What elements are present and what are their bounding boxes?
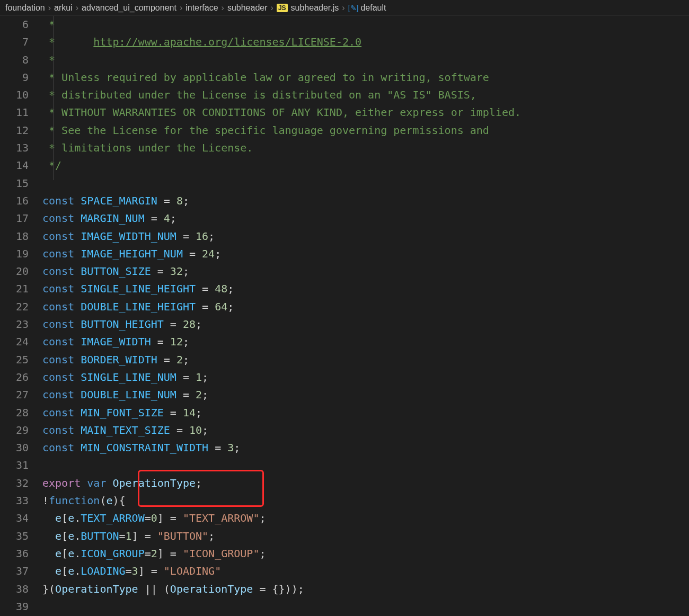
indent-guide [53,16,54,180]
code-line[interactable]: * distributed under the License is distr… [42,86,689,104]
line-number-gutter: 6789101112131415161718192021222324252627… [0,16,38,616]
line-number: 24 [0,333,29,351]
line-number: 38 [0,581,29,598]
breadcrumb[interactable]: foundation › arkui › advanced_ui_compone… [0,0,689,16]
code-line[interactable]: e[e.LOADING=3] = "LOADING" [42,563,689,580]
breadcrumb-file[interactable]: subheader.js [291,3,339,13]
breadcrumb-symbol[interactable]: default [360,3,386,13]
line-number: 28 [0,404,29,422]
line-number: 26 [0,369,29,386]
breadcrumb-item[interactable]: advanced_ui_component [82,3,176,13]
code-line[interactable] [42,175,689,192]
line-number: 31 [0,457,29,474]
line-number: 8 [0,51,29,69]
code-line[interactable]: * limitations under the License. [42,139,689,157]
line-number: 36 [0,545,29,563]
code-line[interactable]: const MIN_CONSTRAINT_WIDTH = 3; [42,439,689,457]
line-number: 18 [0,228,29,245]
breadcrumb-item[interactable]: arkui [54,3,73,13]
code-line[interactable]: e[e.TEXT_ARROW=0] = "TEXT_ARROW"; [42,510,689,527]
js-file-icon: JS [277,4,288,12]
code-line[interactable]: const BUTTON_HEIGHT = 28; [42,316,689,333]
chevron-right-icon: › [76,3,78,13]
line-number: 6 [0,16,29,33]
line-number: 22 [0,298,29,316]
symbol-variable-icon: [✎] [348,4,359,12]
line-number: 16 [0,192,29,210]
code-line[interactable]: * See the License for the specific langu… [42,122,689,139]
code-line[interactable]: const SINGLE_LINE_NUM = 1; [42,369,689,386]
line-number: 11 [0,104,29,121]
line-number: 27 [0,386,29,404]
chevron-right-icon: › [180,3,182,13]
code-line[interactable]: * WITHOUT WARRANTIES OR CONDITIONS OF AN… [42,104,689,121]
code-line[interactable]: const IMAGE_WIDTH = 12; [42,333,689,351]
chevron-right-icon: › [271,3,273,13]
line-number: 12 [0,122,29,139]
line-number: 13 [0,139,29,157]
chevron-right-icon: › [48,3,51,13]
line-number: 17 [0,210,29,227]
code-line[interactable]: export var OperationType; [42,475,689,492]
line-number: 15 [0,175,29,192]
code-line[interactable]: const DOUBLE_LINE_HEIGHT = 64; [42,298,689,316]
code-line[interactable]: * [42,16,689,33]
line-number: 37 [0,563,29,580]
line-number: 21 [0,280,29,298]
code-line[interactable]: const BUTTON_SIZE = 32; [42,263,689,280]
line-number: 35 [0,528,29,545]
code-line[interactable]: }(OperationType || (OperationType = {}))… [42,581,689,598]
code-line[interactable] [42,457,689,474]
line-number: 34 [0,510,29,527]
code-line[interactable]: */ [42,157,689,174]
line-number: 20 [0,263,29,280]
line-number: 33 [0,492,29,510]
code-line[interactable]: * http://www.apache.org/licenses/LICENSE… [42,33,689,51]
code-editor[interactable]: 6789101112131415161718192021222324252627… [0,16,689,616]
breadcrumb-item[interactable]: foundation [5,3,45,13]
code-line[interactable]: * Unless required by applicable law or a… [42,69,689,86]
code-line[interactable]: const SINGLE_LINE_HEIGHT = 48; [42,280,689,298]
code-line[interactable] [42,598,689,615]
chevron-right-icon: › [342,3,344,13]
code-line[interactable]: const MIN_FONT_SIZE = 14; [42,404,689,422]
code-line[interactable]: const IMAGE_HEIGHT_NUM = 24; [42,245,689,263]
breadcrumb-item[interactable]: interface [186,3,218,13]
line-number: 19 [0,245,29,263]
line-number: 9 [0,69,29,86]
line-number: 30 [0,439,29,457]
code-line[interactable]: * [42,51,689,69]
code-line[interactable]: const SPACE_MARGIN = 8; [42,192,689,210]
code-line[interactable]: e[e.BUTTON=1] = "BUTTON"; [42,528,689,545]
code-line[interactable]: const IMAGE_WIDTH_NUM = 16; [42,228,689,245]
code-line[interactable]: const MARGIN_NUM = 4; [42,210,689,227]
code-line[interactable]: const DOUBLE_LINE_NUM = 2; [42,386,689,404]
line-number: 39 [0,598,29,615]
line-number: 23 [0,316,29,333]
code-line[interactable]: const MAIN_TEXT_SIZE = 10; [42,422,689,439]
line-number: 14 [0,157,29,174]
code-line[interactable]: e[e.ICON_GROUP=2] = "ICON_GROUP"; [42,545,689,563]
line-number: 7 [0,33,29,51]
line-number: 10 [0,86,29,104]
line-number: 32 [0,475,29,492]
breadcrumb-item[interactable]: subheader [227,3,268,13]
chevron-right-icon: › [222,3,224,13]
code-area[interactable]: * * http://www.apache.org/licenses/LICEN… [38,16,689,616]
code-line[interactable]: !function(e){ [42,492,689,510]
line-number: 29 [0,422,29,439]
line-number: 25 [0,351,29,369]
code-line[interactable]: const BORDER_WIDTH = 2; [42,351,689,369]
